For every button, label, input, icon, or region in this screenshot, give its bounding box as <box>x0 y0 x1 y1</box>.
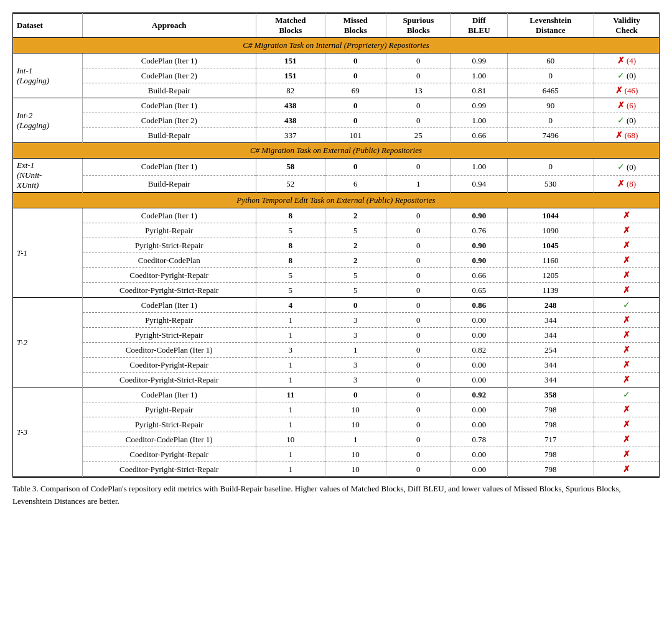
validity-cell: ✗ <box>594 343 659 358</box>
matched-cell: 1 <box>256 462 325 477</box>
cross-icon: ✗ <box>623 330 630 340</box>
approach-cell: Coeditor-CodePlan (Iter 1) <box>82 343 256 358</box>
spurious-cell: 0 <box>386 343 450 358</box>
validity-cell: ✗ <box>594 223 659 238</box>
spurious-cell: 25 <box>386 128 450 143</box>
matched-cell: 8 <box>256 238 325 253</box>
table-row: Build-Repair8269130.816465✗ (46) <box>13 83 659 98</box>
matched-cell: 337 <box>256 128 325 143</box>
approach-cell: CodePlan (Iter 1) <box>82 98 256 113</box>
diff-bleu-cell: 0.65 <box>451 283 508 298</box>
validity-cell: ✗ <box>594 313 659 328</box>
missed-cell: 5 <box>325 223 386 238</box>
validity-cell: ✗ <box>594 238 659 253</box>
matched-cell: 8 <box>256 253 325 268</box>
validity-cell: ✓ (0) <box>594 68 659 83</box>
diff-bleu-cell: 0.66 <box>451 128 508 143</box>
missed-cell: 2 <box>325 208 386 223</box>
validity-note: (0) <box>625 116 636 125</box>
caption-text: Table 3. Comparison of CodePlan's reposi… <box>12 484 621 506</box>
spurious-cell: 0 <box>386 98 450 113</box>
table-row: Pyright-Repair5500.761090✗ <box>13 223 659 238</box>
levenshtein-cell: 7496 <box>507 128 594 143</box>
table-row: T-1CodePlan (Iter 1)8200.901044✗ <box>13 208 659 223</box>
diff-bleu-header: DiffBLEU <box>451 14 508 38</box>
cross-icon: ✗ <box>623 435 630 444</box>
validity-note: (8) <box>625 179 636 188</box>
cross-icon: ✗ <box>615 86 623 95</box>
missed-cell: 10 <box>325 402 386 417</box>
spurious-cell: 0 <box>386 68 450 83</box>
matched-blocks-header: MatchedBlocks <box>256 14 325 38</box>
table-header-row: Dataset Approach MatchedBlocks MissedBlo… <box>13 14 659 38</box>
cross-icon: ✗ <box>615 131 623 140</box>
spurious-cell: 0 <box>386 387 450 402</box>
dataset-cell: T-1 <box>13 208 82 298</box>
diff-bleu-cell: 0.94 <box>451 175 508 193</box>
missed-cell: 3 <box>325 328 386 343</box>
matched-cell: 4 <box>256 298 325 313</box>
cross-icon: ✗ <box>623 360 630 369</box>
table-row: Pyright-Strict-Repair1300.00344✗ <box>13 328 659 343</box>
validity-cell: ✗ <box>594 447 659 462</box>
spurious-cell: 0 <box>386 358 450 373</box>
validity-cell: ✓ (0) <box>594 113 659 128</box>
spurious-cell: 0 <box>386 253 450 268</box>
cross-icon: ✗ <box>617 179 625 188</box>
spurious-cell: 1 <box>386 175 450 193</box>
levenshtein-cell: 1044 <box>507 208 594 223</box>
table-row: Coeditor-Pyright-Repair5500.661205✗ <box>13 268 659 283</box>
diff-bleu-cell: 0.78 <box>451 432 508 447</box>
table-row: Coeditor-CodePlan8200.901160✗ <box>13 253 659 268</box>
diff-bleu-cell: 0.86 <box>451 298 508 313</box>
spurious-cell: 13 <box>386 83 450 98</box>
missed-cell: 0 <box>325 53 386 68</box>
diff-bleu-cell: 0.00 <box>451 417 508 432</box>
approach-cell: CodePlan (Iter 1) <box>82 208 256 223</box>
spurious-cell: 0 <box>386 283 450 298</box>
approach-cell: Coeditor-Pyright-Repair <box>82 447 256 462</box>
validity-check-header: ValidityCheck <box>594 14 659 38</box>
levenshtein-cell: 248 <box>507 298 594 313</box>
diff-bleu-cell: 0.90 <box>451 238 508 253</box>
table-row: Coeditor-Pyright-Strict-Repair11000.0079… <box>13 462 659 477</box>
validity-cell: ✗ (6) <box>594 98 659 113</box>
levenshtein-cell: 1090 <box>507 223 594 238</box>
cross-icon: ✗ <box>623 315 630 325</box>
missed-cell: 0 <box>325 68 386 83</box>
approach-cell: Pyright-Strict-Repair <box>82 238 256 253</box>
table-row: CodePlan (Iter 2)151001.000✓ (0) <box>13 68 659 83</box>
spurious-cell: 0 <box>386 462 450 477</box>
check-icon: ✓ <box>617 162 625 172</box>
approach-cell: Pyright-Repair <box>82 313 256 328</box>
approach-cell: Coeditor-Pyright-Strict-Repair <box>82 462 256 477</box>
table-body: C# Migration Task on Internal (Propriete… <box>13 38 659 477</box>
validity-cell: ✗ <box>594 373 659 387</box>
diff-bleu-cell: 0.90 <box>451 208 508 223</box>
validity-note: (6) <box>625 101 636 110</box>
section-header-row: C# Migration Task on External (Public) R… <box>13 143 659 159</box>
diff-bleu-cell: 0.00 <box>451 313 508 328</box>
levenshtein-cell: 1205 <box>507 268 594 283</box>
missed-cell: 69 <box>325 83 386 98</box>
table-row: Int-1(Logging)CodePlan (Iter 1)151000.99… <box>13 53 659 68</box>
check-icon: ✓ <box>617 116 625 125</box>
validity-cell: ✗ <box>594 432 659 447</box>
cross-icon: ✗ <box>623 405 630 414</box>
matched-cell: 5 <box>256 268 325 283</box>
cross-icon: ✗ <box>623 285 630 295</box>
levenshtein-cell: 344 <box>507 328 594 343</box>
approach-cell: CodePlan (Iter 1) <box>82 159 256 176</box>
table-row: Build-Repair337101250.667496✗ (68) <box>13 128 659 143</box>
levenshtein-cell: 6465 <box>507 83 594 98</box>
diff-bleu-cell: 0.99 <box>451 53 508 68</box>
spurious-cell: 0 <box>386 432 450 447</box>
dataset-cell: Ext-1(NUnit-XUnit) <box>13 159 82 193</box>
approach-cell: Pyright-Strict-Repair <box>82 417 256 432</box>
matched-cell: 3 <box>256 343 325 358</box>
matched-cell: 1 <box>256 358 325 373</box>
diff-bleu-cell: 1.00 <box>451 68 508 83</box>
validity-cell: ✓ <box>594 387 659 402</box>
spurious-cell: 0 <box>386 373 450 387</box>
validity-note: (68) <box>623 131 638 140</box>
